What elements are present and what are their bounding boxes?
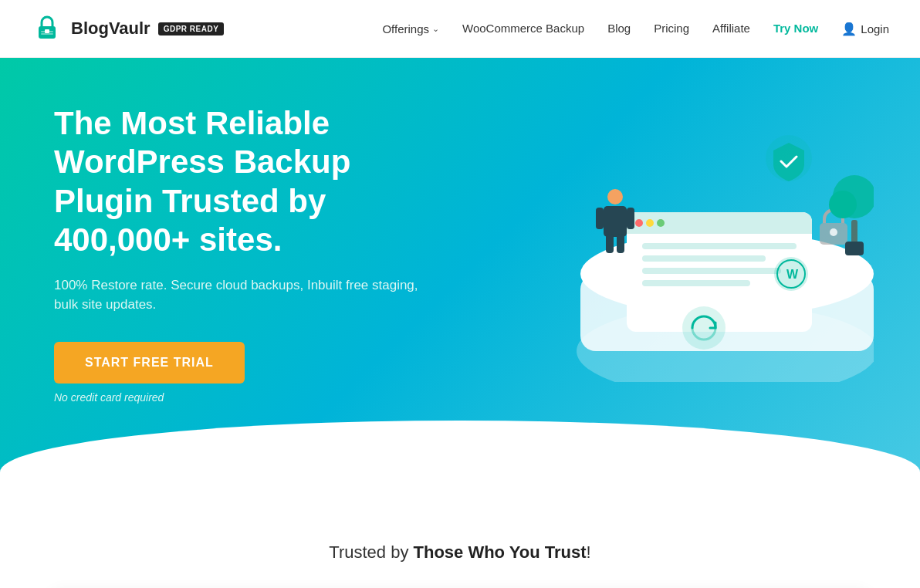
hero-subtitle: 100% Restore rate. Secure cloud backups,… — [54, 275, 440, 315]
svg-text:W: W — [786, 268, 799, 281]
svg-rect-33 — [851, 220, 857, 243]
hero-illustration: W — [519, 89, 874, 382]
nav-link-login[interactable]: 👤 Login — [841, 22, 889, 36]
nav-link-trynow[interactable]: Try Now — [773, 22, 818, 35]
chevron-down-icon: ⌄ — [432, 24, 439, 34]
svg-rect-17 — [642, 280, 750, 286]
start-free-trial-button[interactable]: START FREE TRIAL — [54, 342, 245, 384]
gdpr-badge: GDPR READY — [158, 22, 225, 35]
hero-content: The Most Reliable WordPress Backup Plugi… — [54, 104, 440, 404]
nav-link-blog[interactable]: Blog — [607, 22, 631, 35]
nav-item-offerings[interactable]: Offerings ⌄ — [382, 22, 439, 35]
trust-title-suffix: ! — [587, 542, 591, 562]
nav-link-pricing[interactable]: Pricing — [654, 22, 689, 35]
hero-title: The Most Reliable WordPress Backup Plugi… — [54, 104, 440, 260]
svg-point-13 — [657, 219, 665, 227]
svg-point-25 — [607, 189, 623, 204]
svg-rect-4 — [41, 33, 53, 35]
svg-rect-28 — [617, 234, 624, 253]
svg-point-23 — [830, 228, 837, 236]
nav-link-offerings[interactable]: Offerings ⌄ — [382, 22, 439, 35]
nav-item-woocommerce[interactable]: WooCommerce Backup — [462, 22, 584, 35]
nav-item-pricing[interactable]: Pricing — [654, 22, 689, 35]
hero-illustration-svg: W — [519, 89, 874, 382]
svg-rect-27 — [606, 234, 614, 253]
nav-links: Offerings ⌄ WooCommerce Backup Blog Pric… — [382, 22, 889, 36]
trust-title: Trusted by Those Who You Trust! — [31, 542, 889, 563]
nav-item-affiliate[interactable]: Affiliate — [712, 22, 750, 35]
svg-rect-29 — [596, 208, 604, 229]
svg-rect-16 — [642, 268, 781, 274]
trust-title-bold: Those Who You Trust — [414, 542, 587, 562]
svg-rect-15 — [642, 255, 766, 262]
trust-section: Trusted by Those Who You Trust! B wpbuff… — [0, 496, 920, 588]
nav-link-woocommerce[interactable]: WooCommerce Backup — [462, 22, 584, 35]
svg-rect-10 — [627, 223, 812, 234]
nav-item-trynow[interactable]: Try Now — [773, 22, 818, 35]
navbar: BlogVaulr GDPR READY Offerings ⌄ WooComm… — [0, 0, 920, 58]
logo-text: BlogVaulr — [71, 19, 151, 39]
svg-rect-14 — [642, 243, 797, 249]
nav-item-login[interactable]: 👤 Login — [841, 22, 889, 36]
no-credit-card-label: No credit card required — [54, 391, 440, 404]
nav-item-blog[interactable]: Blog — [607, 22, 631, 35]
user-icon: 👤 — [841, 22, 857, 36]
svg-rect-3 — [41, 31, 53, 32]
svg-point-12 — [646, 219, 654, 227]
hero-section: The Most Reliable WordPress Backup Plugi… — [0, 58, 920, 496]
svg-point-24 — [682, 306, 726, 350]
nav-link-affiliate[interactable]: Affiliate — [712, 22, 750, 35]
svg-point-11 — [635, 219, 643, 227]
svg-rect-34 — [845, 242, 864, 255]
trust-title-plain: Trusted by — [329, 542, 413, 562]
svg-rect-30 — [627, 208, 634, 229]
svg-rect-26 — [604, 206, 627, 237]
blogvaulr-logo-icon[interactable] — [31, 12, 63, 45]
logo-area: BlogVaulr GDPR READY — [31, 12, 224, 45]
svg-point-32 — [829, 191, 857, 218]
